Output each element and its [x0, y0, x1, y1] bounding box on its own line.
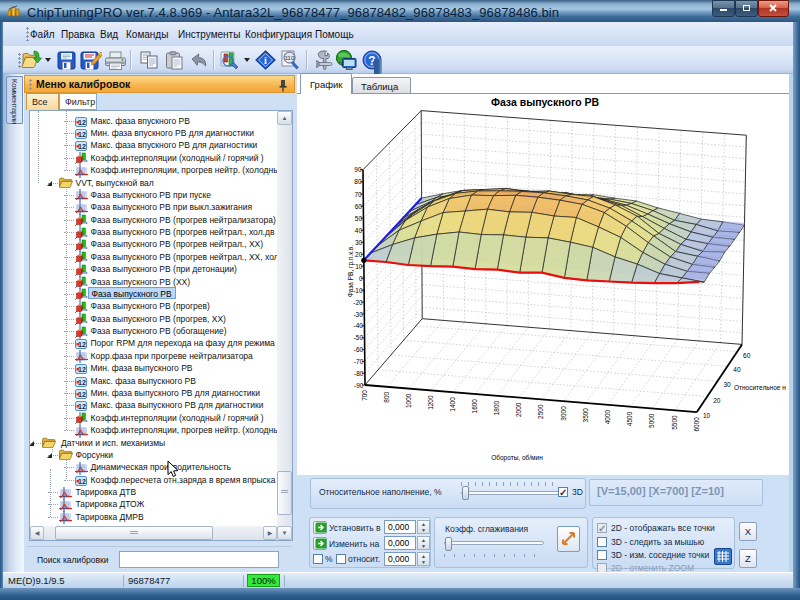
svg-text:90: 90 [354, 166, 362, 173]
svg-text:700: 700 [361, 390, 368, 401]
svg-text:12: 12 [78, 478, 86, 485]
svg-text:5000: 5000 [648, 413, 655, 428]
svg-text:5500: 5500 [671, 415, 678, 430]
svg-text:40: 40 [355, 227, 363, 234]
svg-text:1200: 1200 [427, 395, 434, 410]
svg-text:12: 12 [78, 131, 86, 138]
svg-text:12: 12 [78, 366, 86, 373]
svg-text:3000: 3000 [560, 406, 567, 421]
svg-text:12: 12 [78, 143, 86, 150]
svg-text:1000: 1000 [405, 393, 412, 408]
svg-text:1800: 1800 [493, 400, 500, 415]
svg-text:10: 10 [355, 263, 363, 270]
svg-text:-20: -20 [353, 299, 363, 306]
svg-text:-50: -50 [354, 334, 364, 341]
svg-text:Фаза РВ, гр.п.к.в.: Фаза РВ, гр.п.к.в. [347, 245, 355, 297]
svg-text:4000: 4000 [604, 409, 611, 424]
svg-text:-10: -10 [353, 287, 363, 294]
svg-text:Обороты, об/мин: Обороты, об/мин [491, 454, 543, 462]
svg-text:3500: 3500 [582, 408, 589, 423]
svg-text:800: 800 [383, 391, 390, 402]
svg-text:i: i [264, 55, 267, 66]
svg-text:30: 30 [355, 239, 363, 246]
svg-text:Относительное н: Относительное н [734, 384, 786, 391]
svg-text:Фаза выпускного РВ: Фаза выпускного РВ [491, 96, 600, 108]
svg-text:110: 110 [284, 55, 294, 61]
svg-text:60: 60 [355, 203, 363, 210]
svg-text:60: 60 [743, 352, 751, 359]
svg-text:-80: -80 [354, 370, 364, 377]
svg-text:12: 12 [78, 341, 86, 348]
svg-text:4500: 4500 [626, 411, 633, 426]
svg-text:12: 12 [78, 379, 86, 386]
svg-text:30: 30 [723, 381, 731, 388]
svg-text:80: 80 [354, 178, 362, 185]
svg-text:12: 12 [78, 391, 86, 398]
svg-text:12: 12 [78, 119, 86, 126]
svg-text:6000: 6000 [693, 417, 700, 432]
svg-text:-30: -30 [353, 311, 363, 318]
svg-text:2000: 2000 [515, 402, 522, 417]
svg-text:2500: 2500 [537, 404, 544, 419]
svg-text:-90: -90 [354, 382, 364, 389]
svg-text:-60: -60 [354, 346, 364, 353]
svg-text:1400: 1400 [449, 397, 456, 412]
svg-text:20: 20 [713, 397, 721, 404]
svg-text:40: 40 [733, 366, 741, 373]
svg-text:10: 10 [703, 412, 711, 419]
svg-text:20: 20 [355, 251, 363, 258]
svg-text:1600: 1600 [471, 399, 478, 414]
svg-text:-70: -70 [354, 358, 364, 365]
svg-text:0: 0 [359, 275, 363, 282]
svg-text:12: 12 [78, 403, 86, 410]
svg-text:-40: -40 [353, 322, 363, 329]
svg-text:70: 70 [354, 191, 362, 198]
svg-text:50: 50 [355, 215, 363, 222]
